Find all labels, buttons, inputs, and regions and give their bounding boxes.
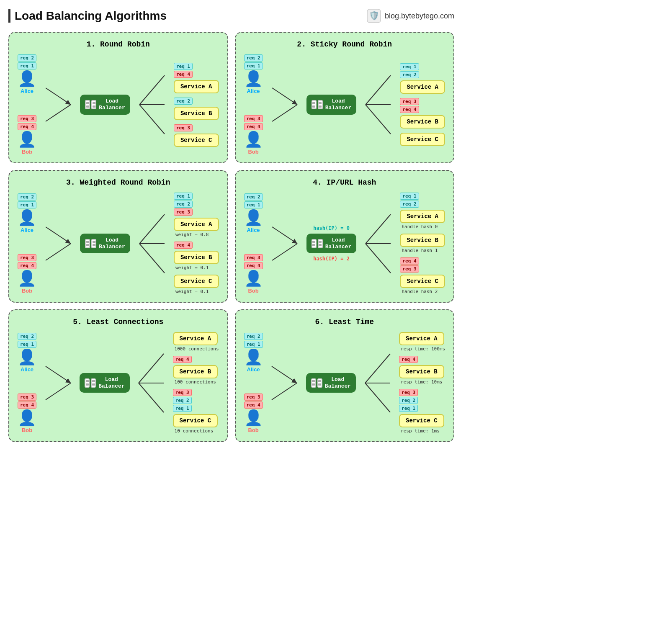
lb-label: LoadBalancer (325, 98, 351, 111)
service-box-0: Service A (400, 210, 445, 223)
svg-line-13 (46, 244, 71, 260)
diagram: req 2req 1👤Alicereq 3req 4👤Bobhash(IP) =… (244, 193, 445, 294)
service-box-0: Service A (174, 218, 219, 231)
req-tag: req 4 (244, 123, 263, 130)
svg-line-22 (46, 366, 71, 383)
service-note-0: resp time: 100ms (399, 346, 445, 352)
svg-line-3 (46, 105, 71, 121)
req-tag: req 4 (244, 262, 263, 269)
alice-icon: 👤 (244, 71, 263, 86)
lb-icon (85, 378, 96, 388)
alice-label: Alice (247, 227, 260, 233)
service-block-1: req 2Service B (174, 98, 219, 120)
service-note-2: 10 connections (173, 428, 214, 434)
req-tag: req 4 (174, 242, 193, 249)
middle-column: LoadBalancer (306, 373, 356, 393)
bob-reqs: req 3req 4 (18, 254, 36, 269)
lb-icon (312, 100, 323, 109)
alice-label: Alice (21, 366, 33, 373)
bob-label: Bob (22, 149, 32, 155)
svg-line-23 (46, 383, 71, 400)
req-tag: req 2 (18, 333, 36, 340)
service-note-2: weight = 0.1 (174, 289, 209, 294)
alice-label: Alice (21, 88, 33, 94)
alice-block: req 2req 1👤Alice (244, 333, 263, 373)
req-tag: req 2 (244, 193, 263, 201)
alice-reqs: req 2req 1 (18, 193, 36, 208)
service-reqs-0: req 1req 2req 3 (174, 193, 193, 216)
lb-label: LoadBalancer (99, 98, 125, 111)
req-tag: req 1 (18, 201, 36, 208)
req-tag: req 2 (400, 71, 419, 78)
service-note-1: 100 connections (173, 379, 216, 385)
alice-reqs: req 2req 1 (18, 333, 36, 348)
middle-column: LoadBalancer (80, 95, 130, 114)
svg-line-12 (46, 227, 71, 244)
panel-round-robin: 1. Round Robinreq 2req 1👤Alicereq 3req 4… (8, 32, 228, 163)
svg-line-7 (272, 88, 297, 105)
panel-title: 1. Round Robin (18, 40, 219, 49)
req-tag: req 1 (173, 405, 192, 412)
users-column: req 2req 1👤Alicereq 3req 4👤Bob (18, 333, 36, 433)
bob-label: Bob (22, 427, 32, 433)
svg-line-21 (366, 244, 391, 273)
req-tag: req 4 (173, 356, 192, 363)
service-block-2: req 3req 2req 1Service C10 connections (173, 389, 219, 434)
panel-title: 2. Sticky Round Robin (244, 40, 445, 49)
svg-line-24 (139, 354, 164, 383)
bob-label: Bob (22, 288, 32, 294)
service-note-2: handle hash 2 (400, 289, 438, 294)
service-box-1: Service B (174, 107, 219, 120)
req-tag: req 3 (18, 115, 36, 122)
lb-label: LoadBalancer (325, 376, 351, 389)
alice-block: req 2req 1👤Alice (18, 54, 36, 94)
load-balancer: LoadBalancer (306, 95, 356, 114)
bob-block: req 3req 4👤Bob (244, 254, 263, 294)
alice-label: Alice (21, 227, 33, 233)
service-block-1: req 4Service B100 connections (173, 356, 219, 385)
req-tag: req 4 (400, 257, 419, 265)
req-tag: req 1 (18, 62, 36, 69)
left-arrows (266, 219, 303, 269)
req-tag: req 2 (400, 201, 419, 208)
req-tag: req 1 (244, 62, 263, 69)
alice-block: req 2req 1👤Alice (244, 54, 263, 94)
service-box-1: Service B (173, 365, 218, 378)
left-arrows (40, 358, 76, 408)
req-tag: req 1 (400, 63, 419, 70)
service-note-0: 1000 connections (173, 346, 219, 352)
svg-line-28 (272, 383, 297, 400)
load-balancer: LoadBalancer (306, 373, 356, 393)
bob-icon: 👤 (18, 271, 36, 286)
diagram: req 2req 1👤Alicereq 3req 4👤BobLoadBalanc… (244, 54, 445, 155)
right-arrows (134, 67, 170, 142)
service-block-0: req 1req 2Service A (400, 63, 445, 94)
service-box-2: Service C (400, 275, 445, 288)
panel-title: 5. Least Connections (18, 318, 219, 326)
service-reqs-0: req 1req 2 (400, 63, 419, 78)
service-reqs-2: req 3req 2req 1 (173, 389, 192, 412)
users-column: req 2req 1👤Alicereq 3req 4👤Bob (244, 333, 263, 433)
bob-icon: 👤 (244, 410, 263, 425)
middle-column: LoadBalancer (80, 373, 129, 393)
panel-sticky-round-robin: 2. Sticky Round Robinreq 2req 1👤Alicereq… (235, 32, 455, 163)
site-brand: 🛡️ blog.bytebytego.com (366, 8, 454, 23)
alice-icon: 👤 (18, 350, 36, 365)
req-tag: req 4 (18, 401, 36, 409)
service-block-1: req 4Service Bresp time: 10ms (399, 356, 445, 385)
alice-reqs: req 2req 1 (244, 333, 263, 348)
page-header: Load Balancing Algorithms 🛡️ blog.byteby… (8, 8, 454, 23)
req-tag: req 1 (400, 193, 419, 200)
service-box-1: Service B (174, 251, 219, 264)
bob-block: req 3req 4👤Bob (18, 394, 36, 433)
bob-icon: 👤 (244, 132, 263, 147)
req-tag: req 2 (173, 397, 192, 404)
service-reqs-1: req 2 (174, 98, 193, 105)
panels-grid: 1. Round Robinreq 2req 1👤Alicereq 3req 4… (8, 32, 454, 442)
panel-title: 6. Least Time (244, 318, 445, 326)
users-column: req 2req 1👤Alicereq 3req 4👤Bob (18, 54, 36, 155)
service-box-2: Service C (399, 414, 444, 427)
svg-line-16 (139, 244, 165, 273)
service-box-2: Service C (174, 134, 219, 147)
alice-icon: 👤 (18, 71, 36, 86)
